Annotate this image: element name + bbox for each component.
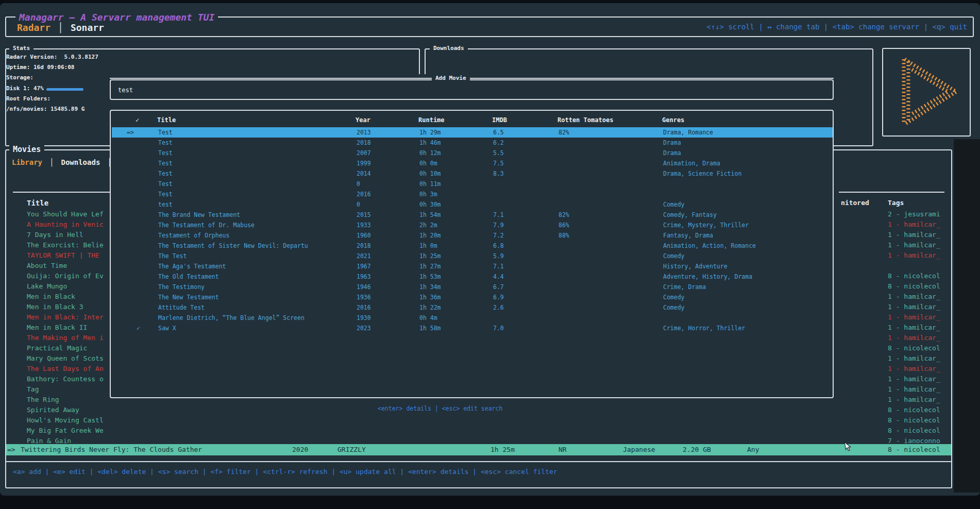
cell-imdb: 5.9 <box>493 251 504 261</box>
result-row[interactable]: Test20140h 10m8.3Drama, Science Fiction <box>112 168 833 179</box>
result-row[interactable]: The Old Testament19631h 53m4.4Adventure,… <box>112 272 833 282</box>
movie-row[interactable]: Men in Black <box>27 292 117 302</box>
cell-year: 1936 <box>357 292 371 302</box>
cell-title: The Aga's Testament <box>158 261 226 272</box>
movie-row[interactable]: Spirited Away <box>27 405 117 415</box>
movie-row[interactable]: The Last Days of An <box>27 364 117 374</box>
cell-title: Testament of Orpheus <box>158 230 229 241</box>
cell-runtime: 0h 12m <box>419 148 441 158</box>
result-row[interactable]: The Brand New Testament20151h 54m7.182%C… <box>112 210 833 220</box>
tab-library[interactable]: Library <box>12 158 42 166</box>
selected-movie-year: 2020 <box>292 444 308 455</box>
selected-movie-studio: GRIZZLY <box>337 444 366 455</box>
tab-downloads[interactable]: Downloads <box>61 158 100 166</box>
selected-movie-row[interactable]: => Twittering Birds Never Fly: The Cloud… <box>6 444 951 455</box>
movie-row[interactable]: Men in Black II <box>27 323 117 333</box>
movie-row[interactable]: The Ring <box>27 395 117 405</box>
tag-cell: 8 - nicolecol <box>888 281 951 292</box>
result-row[interactable]: The Testament of Sister New Devil: Depar… <box>112 241 833 251</box>
movie-search-input[interactable] <box>117 82 581 98</box>
cell-runtime: 0h 11m <box>419 179 441 189</box>
movie-row[interactable]: Howl's Moving Castl <box>27 415 117 426</box>
cell-year: 2021 <box>357 251 371 261</box>
cell-year: 1963 <box>357 272 371 282</box>
cell-title: The New Testament <box>158 292 219 302</box>
movie-row[interactable]: About Time <box>27 261 117 271</box>
result-row[interactable]: =>Test20131h 29m6.582%Drama, Romance <box>112 127 833 138</box>
cell-year: 1999 <box>357 158 371 168</box>
movie-row[interactable]: TAYLOR SWIFT | THE <box>27 250 117 261</box>
cell-imdb: 8.3 <box>493 168 504 179</box>
movie-row[interactable]: Men in Black: Inter <box>27 312 117 323</box>
movie-row[interactable]: Men in Black 3 <box>27 302 117 312</box>
movie-row[interactable]: Practical Magic <box>27 343 117 353</box>
tag-cell: 1 - hamilcar_ <box>888 292 951 302</box>
result-row[interactable]: The Aga's Testament19671h 27m7.1History,… <box>112 261 833 272</box>
cell-genres: Crime, Mystery, Thriller <box>663 220 749 230</box>
cell-title: The Testament of Sister New Devil: Depar… <box>158 241 308 251</box>
movie-row[interactable]: The Exorcist: Belie <box>27 240 117 250</box>
cell-imdb: 7.2 <box>493 230 504 241</box>
result-row[interactable]: Marlene Dietrich, “The Blue Angel” Scree… <box>112 313 833 323</box>
cell-year: 2018 <box>357 241 371 251</box>
result-row[interactable]: Test19990h 0m7.5Animation, Drama <box>112 158 833 168</box>
tag-cell: 1 - hamilcar_ <box>888 395 951 405</box>
movie-row[interactable]: My Big Fat Greek We <box>27 426 117 436</box>
result-row[interactable]: The Testimony19461h 34m6.7Crime, Drama <box>112 282 833 292</box>
right-edge-shade <box>954 139 980 493</box>
cell-title: Test <box>158 189 173 199</box>
top-help-text: <↑↓> scroll | ↔ change tab | <tab> chang… <box>706 23 967 31</box>
column-header-rotten-tomatoes: Rotten Tomatoes <box>557 116 613 124</box>
movie-row[interactable]: 7 Days in Hell <box>27 230 117 240</box>
result-row[interactable]: The Testament of Dr. Mabuse19332h 2m7.98… <box>112 220 833 230</box>
cell-genres: Comedy <box>663 292 685 302</box>
tab-radarr[interactable]: Radarr <box>17 22 50 33</box>
cell-title: Marlene Dietrich, “The Blue Angel” Scree… <box>158 313 305 323</box>
result-row[interactable]: Test20070h 12m5.5Drama <box>112 148 833 158</box>
bottom-help-text: <a> add | <e> edit | <del> delete | <s> … <box>13 468 557 476</box>
cell-year: 1933 <box>357 220 371 230</box>
movie-row[interactable]: A Haunting in Venic <box>27 219 117 230</box>
movie-row[interactable]: Tag <box>27 384 117 395</box>
cell-genres: Comedy <box>663 251 685 261</box>
column-header-monitored-truncated: nitored <box>841 199 869 207</box>
cell-runtime: 0h 10m <box>419 168 441 179</box>
result-row[interactable]: The Test20211h 25m5.9Comedy <box>112 251 833 261</box>
result-row[interactable]: Test20181h 46m6.2Drama <box>112 138 833 148</box>
tag-cell: 1 - hamilcar_ <box>888 333 951 343</box>
column-header-year: Year <box>356 116 370 124</box>
movie-row[interactable]: The Making of Men i <box>27 333 117 343</box>
result-row[interactable]: The New Testament19361h 36m6.9Comedy <box>112 292 833 302</box>
tag-cell: 2 - jesusrami <box>888 209 951 219</box>
tag-cell: 1 - hamilcar_ <box>888 384 951 395</box>
cell-rt: 82% <box>559 127 569 138</box>
result-row[interactable]: Testament of Orpheus19601h 20m7.288%Fant… <box>112 230 833 241</box>
cell-runtime: 1h 54m <box>419 210 441 220</box>
cell-genres: History, Adventure <box>663 261 728 272</box>
modal-title-rule <box>110 78 834 79</box>
result-row[interactable]: Attitude Test20161h 22m2.6Comedy <box>112 302 833 313</box>
servarr-tabs: Radarr │ Sonarr <box>17 21 104 33</box>
result-row[interactable]: test00h 30mComedy <box>112 199 833 210</box>
cell-year: 2007 <box>357 148 371 158</box>
movie-row[interactable]: You Should Have Lef <box>27 209 117 219</box>
cell-runtime: 1h 0m <box>419 241 437 251</box>
movie-row[interactable]: Mary Queen of Scots <box>27 353 117 364</box>
cell-title: test <box>158 199 173 210</box>
cell-title: Test <box>158 148 173 158</box>
cell-runtime: 1h 36m <box>419 292 441 302</box>
result-row[interactable]: ✓Saw X20231h 58m7.0Crime, Horror, Thrill… <box>112 323 833 333</box>
selected-movie-size: 2.20 GB <box>683 444 711 455</box>
movie-row[interactable]: Lake Mungo <box>27 281 117 292</box>
movie-row[interactable]: Ouija: Origin of Ev <box>27 271 117 281</box>
tag-cell: 1 - hamilcar_ <box>888 250 951 261</box>
cell-imdb: 7.1 <box>493 210 504 220</box>
selected-movie-quality: Any <box>747 444 759 455</box>
tag-cell: 1 - hamilcar_ <box>888 312 951 323</box>
result-row[interactable]: Test20160h 3m <box>112 189 833 199</box>
result-row[interactable]: Test00h 11m <box>112 179 833 189</box>
column-header-tags: Tags <box>888 199 904 207</box>
tab-sonarr[interactable]: Sonarr <box>71 22 104 33</box>
movie-row[interactable]: Bathory: Countess o <box>27 374 117 384</box>
tag-cell: 1 - hamilcar_ <box>888 240 951 250</box>
